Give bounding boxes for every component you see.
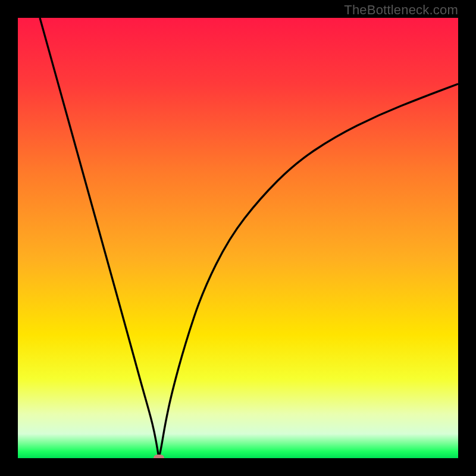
curve-right-branch [159,84,458,458]
vertex-marker [154,455,164,458]
curve-left-branch [40,18,159,458]
plot-area [18,18,458,458]
bottleneck-curve [18,18,458,458]
attribution-label: TheBottleneck.com [344,2,458,18]
chart-frame: TheBottleneck.com [0,0,476,476]
